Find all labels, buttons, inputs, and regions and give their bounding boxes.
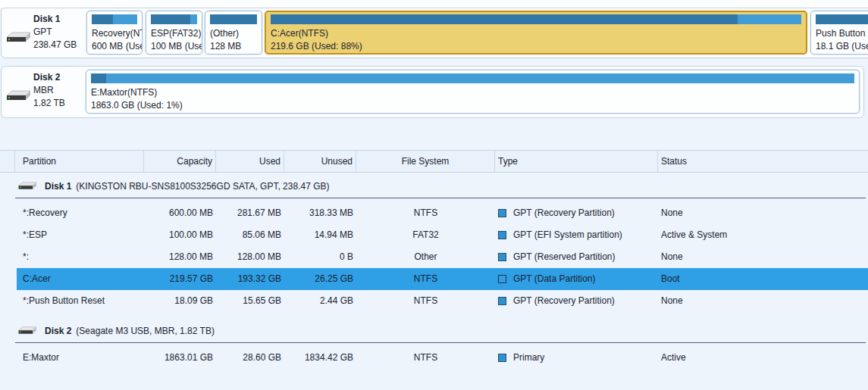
cell-status: Active & System	[658, 224, 868, 246]
disk-group-label: Disk 1	[45, 181, 71, 192]
hard-drive-icon	[5, 86, 33, 105]
disk1-info[interactable]: Disk 1 GPT 238.47 GB	[2, 8, 85, 58]
cell-partition: E:Maxtor	[15, 347, 144, 369]
partition-box-c-acer-selected[interactable]: C:Acer(NTFS) 219.6 GB (Used: 88%)	[265, 11, 807, 55]
partition-label: ESP(FAT32)	[151, 27, 197, 40]
cell-file-system: Other	[356, 246, 495, 268]
column-header-type[interactable]: Type	[495, 151, 658, 172]
cell-status: Active	[658, 347, 868, 369]
column-header-used[interactable]: Used	[216, 151, 284, 172]
cell-partition: *:ESP	[15, 224, 144, 246]
cell-unused: 2.44 GB	[284, 290, 356, 312]
usage-bar-used	[151, 14, 190, 24]
usage-bar	[151, 14, 197, 24]
table-row-e-maxtor[interactable]: E:Maxtor 1863.01 GB 28.60 GB 1834.42 GB …	[0, 347, 868, 369]
cell-capacity: 128.00 MB	[144, 246, 216, 268]
partition-size: 18.1 GB (Used: 87%)	[816, 40, 868, 53]
partition-label: E:Maxtor(NTFS)	[91, 86, 854, 99]
cell-partition: *:Push Button Reset	[15, 290, 144, 312]
usage-bar	[210, 14, 257, 24]
cell-status: None	[658, 246, 868, 268]
partition-type-icon	[498, 231, 506, 239]
usage-bar	[91, 73, 854, 83]
cell-partition: *:	[15, 246, 144, 268]
disk1-group-row[interactable]: Disk 1 (KINGSTON RBU-SNS8100S3256GD SATA…	[0, 174, 868, 198]
type-label: GPT (EFI System partition)	[513, 224, 622, 246]
partition-box-recovery[interactable]: Recovery(NTFS) 600 MB (Used: 47%)	[86, 11, 143, 55]
group-separator-line	[15, 342, 866, 343]
hard-drive-icon	[5, 28, 33, 47]
cell-unused: 0 B	[284, 246, 356, 268]
cell-capacity: 18.09 GB	[144, 290, 216, 312]
disk-group-info: (Seagate M3 USB, MBR, 1.82 TB)	[76, 326, 215, 336]
cell-unused: 318.33 MB	[284, 202, 356, 224]
cell-capacity: 1863.01 GB	[144, 347, 216, 369]
cell-partition: C:Acer	[15, 268, 144, 290]
disk1-size: 238.47 GB	[33, 39, 77, 51]
partition-type-icon	[498, 253, 506, 261]
cell-type: GPT (EFI System partition)	[495, 224, 658, 246]
partition-box-e-maxtor[interactable]: E:Maxtor(NTFS) 1863.0 GB (Used: 1%)	[86, 70, 860, 114]
table-row-reserved[interactable]: *: 128.00 MB 128.00 MB 0 B Other GPT (Re…	[0, 246, 868, 268]
column-header-file-system[interactable]: File System	[356, 151, 495, 172]
cell-used: 15.65 GB	[216, 290, 284, 312]
cell-status: None	[658, 202, 868, 224]
cell-used: 193.32 GB	[216, 268, 284, 290]
partition-box-esp[interactable]: ESP(FAT32) 100 MB (Used: 85%)	[146, 11, 202, 55]
type-label: GPT (Reserved Partition)	[513, 246, 616, 268]
partition-label: (Other)	[210, 27, 257, 40]
cell-status: Boot	[658, 268, 868, 290]
partition-size: 1863.0 GB (Used: 1%)	[91, 99, 854, 112]
partition-table: Partition Capacity Used Unused File Syst…	[0, 150, 868, 369]
partition-size: 600 MB (Used: 47%)	[92, 40, 137, 53]
cell-file-system: NTFS	[356, 290, 495, 312]
cell-used: 28.60 GB	[216, 347, 284, 369]
partition-box-push-button-reset[interactable]: Push Button Reset(NTFS) 18.1 GB (Used: 8…	[810, 11, 868, 55]
column-header-capacity[interactable]: Capacity	[144, 151, 216, 172]
table-row-recovery[interactable]: *:Recovery 600.00 MB 281.67 MB 318.33 MB…	[0, 202, 868, 224]
cell-used: 85.06 MB	[216, 224, 284, 246]
partition-size: 100 MB (Used: 85%)	[151, 40, 197, 53]
cell-capacity: 219.57 GB	[144, 268, 216, 290]
disk1-name: Disk 1	[33, 13, 77, 26]
cell-type: Primary	[495, 347, 658, 369]
cell-capacity: 600.00 MB	[144, 202, 216, 224]
disk2-band-panel: Disk 2 MBR 1.82 TB E:Maxtor(NTFS) 1863.0…	[1, 66, 864, 118]
disk1-band-panel: Disk 1 GPT 238.47 GB Recovery(NTFS) 600 …	[1, 8, 868, 58]
table-row-esp[interactable]: *:ESP 100.00 MB 85.06 MB 14.94 MB FAT32 …	[0, 224, 868, 246]
top-margin-strip	[0, 0, 868, 8]
column-header-partition[interactable]: Partition	[15, 151, 144, 172]
disk-group-info: (KINGSTON RBU-SNS8100S3256GD SATA, GPT, …	[76, 181, 329, 192]
cell-file-system: NTFS	[356, 202, 495, 224]
usage-bar-used	[210, 14, 257, 24]
partition-box-other[interactable]: (Other) 128 MB	[205, 11, 262, 55]
partition-type-icon	[498, 209, 506, 217]
disk2-info[interactable]: Disk 2 MBR 1.82 TB	[2, 67, 85, 117]
cell-unused: 26.25 GB	[284, 268, 356, 290]
cell-partition: *:Recovery	[15, 202, 144, 224]
table-row-c-acer-selected[interactable]: C:Acer 219.57 GB 193.32 GB 26.25 GB NTFS…	[0, 268, 868, 290]
type-label: Primary	[513, 347, 544, 369]
column-header-unused[interactable]: Unused	[284, 151, 356, 172]
partition-label: Push Button Reset(NTFS)	[816, 27, 868, 40]
disk-group-label: Disk 2	[45, 326, 71, 336]
cell-file-system: NTFS	[356, 347, 495, 369]
column-header-status[interactable]: Status	[658, 151, 868, 172]
partition-size: 128 MB	[210, 40, 257, 53]
partition-type-icon	[498, 275, 506, 283]
disk2-group-row[interactable]: Disk 2 (Seagate M3 USB, MBR, 1.82 TB)	[0, 319, 868, 343]
type-label: GPT (Data Partition)	[513, 268, 595, 290]
cell-type: GPT (Recovery Partition)	[495, 202, 658, 224]
disk1-scheme: GPT	[33, 26, 77, 39]
partition-label: Recovery(NTFS)	[92, 27, 137, 40]
table-header-row: Partition Capacity Used Unused File Syst…	[0, 150, 868, 173]
partition-size: 219.6 GB (Used: 88%)	[271, 40, 801, 53]
partition-type-icon	[498, 354, 506, 362]
cell-status: None	[658, 290, 868, 312]
partition-type-icon	[498, 297, 506, 305]
hard-drive-icon	[17, 179, 38, 194]
table-row-push-button-reset[interactable]: *:Push Button Reset 18.09 GB 15.65 GB 2.…	[0, 290, 868, 312]
usage-bar-used	[271, 14, 738, 24]
hard-drive-icon	[17, 323, 38, 339]
cell-used: 281.67 MB	[216, 202, 284, 224]
